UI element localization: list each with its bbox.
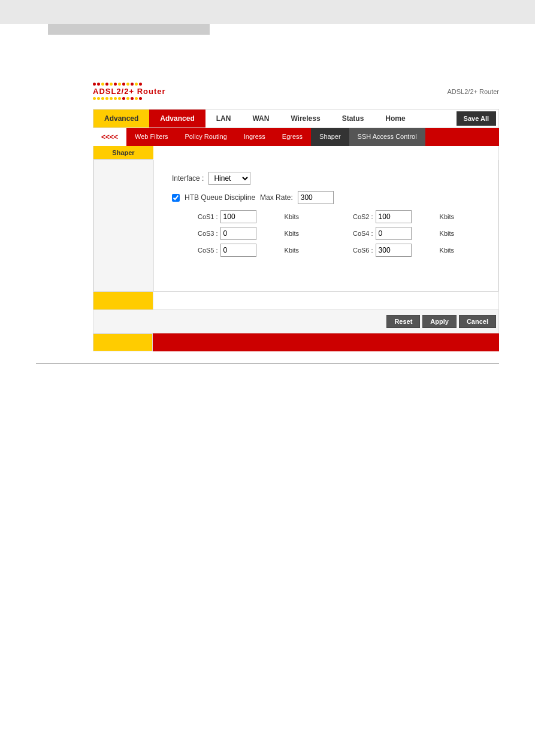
max-rate-label: Max Rate: [260,193,293,202]
logo-dot-12 [139,83,142,86]
nav-bar: Advanced Advanced LAN WAN Wireless Statu… [93,109,499,128]
bottom-sidebar-fill [93,292,153,309]
tab-advanced[interactable]: Advanced [149,110,205,127]
content-area: Shaper Interface : Hinet WAN1 WAN2 [93,146,499,310]
logo-dot-3 [101,83,104,86]
cos3-unit: Kbits [285,230,325,237]
tab-wan[interactable]: WAN [241,110,280,127]
logo-dot-b6 [114,97,117,100]
cancel-button[interactable]: Cancel [459,315,496,328]
tab-wireless[interactable]: Wireless [280,110,331,127]
cos2-input[interactable] [376,210,412,223]
htb-label: HTB Queue Discipline [185,193,255,202]
logo-dot-b5 [110,97,113,100]
tab-home[interactable]: Home [374,110,416,127]
sub-nav-back-button[interactable]: <<<< [93,128,126,146]
sub-nav-egress[interactable]: Egress [274,128,311,146]
logo-dot-b3 [101,97,104,100]
action-buttons: Reset Apply Cancel [93,310,499,333]
cos1-label: CoS1 : [172,213,218,220]
logo-dot-4 [105,83,108,86]
max-rate-input[interactable]: 300 [298,191,334,204]
footer-right [153,333,499,351]
sub-nav-policy-routing[interactable]: Policy Routing [176,128,235,146]
logo-dot-10 [131,83,134,86]
logo-dot-b12 [139,97,142,100]
main-area: Advanced Advanced LAN WAN Wireless Statu… [93,109,499,351]
logo-dot-1 [93,83,96,86]
form-area: Interface : Hinet WAN1 WAN2 HTB Queue Di… [154,160,498,291]
save-all-button[interactable]: Save All [457,111,496,126]
content-wrapper: Interface : Hinet WAN1 WAN2 HTB Queue Di… [93,160,498,292]
cos4-unit: Kbits [440,230,480,237]
cos3-input[interactable] [220,227,256,240]
cos1-input[interactable] [220,210,256,223]
cos6-unit: Kbits [440,247,480,254]
page-wrapper: ADSL2/2+ Router ADSL2/2+ Router Advanced [0,24,535,756]
logo-dot-8 [122,83,125,86]
interface-row: Interface : Hinet WAN1 WAN2 [172,172,480,185]
htb-checkbox[interactable] [172,194,180,202]
cos5-label: CoS5 : [172,247,218,254]
logo-dot-9 [126,83,129,86]
logo-dot-7 [118,83,121,86]
bottom-fill-right [153,292,498,309]
cos2-label: CoS2 : [327,213,373,220]
logo-dots-top [93,83,142,86]
footer-left [93,333,153,351]
logo-dot-b4 [105,97,108,100]
sub-nav-web-filters[interactable]: Web Filters [126,128,176,146]
cos4-input[interactable] [376,227,412,240]
logo-text: ADSL2/2+ Router [93,87,166,96]
sub-nav-ingress[interactable]: Ingress [235,128,274,146]
router-title-right: ADSL2/2+ Router [447,88,499,95]
cos6-label: CoS6 : [327,247,373,254]
tab-lan[interactable]: LAN [205,110,242,127]
logo-dot-6 [114,83,117,86]
logo-dot-b8 [122,97,125,100]
bottom-fill-row [93,292,498,309]
top-bar [48,24,210,35]
cos4-label: CoS4 : [327,230,373,237]
logo-dots-bottom [93,97,142,100]
logo-dot-5 [110,83,113,86]
sub-nav-shaper[interactable]: Shaper [311,128,349,146]
reset-button[interactable]: Reset [386,315,420,328]
cos5-unit: Kbits [285,247,325,254]
shaper-section-label: Shaper [93,146,153,160]
logo-dot-b11 [135,97,138,100]
cos6-input[interactable] [376,244,412,257]
nav-advanced-label: Advanced [93,110,149,127]
interface-label: Interface : [172,174,204,183]
logo-dot-b10 [131,97,134,100]
left-sidebar [94,160,154,291]
bottom-separator [36,363,499,364]
cos3-label: CoS3 : [172,230,218,237]
logo-dot-b7 [118,97,121,100]
cos5-input[interactable] [220,244,256,257]
htb-row: HTB Queue Discipline Max Rate: 300 [172,191,480,204]
cos2-unit: Kbits [440,213,480,220]
logo-dot-11 [135,83,138,86]
footer-bar [93,333,499,351]
logo-dot-b1 [93,97,96,100]
logo-area: ADSL2/2+ Router ADSL2/2+ Router [93,83,535,100]
sub-nav: <<<< Web Filters Policy Routing Ingress … [93,128,499,146]
interface-select[interactable]: Hinet WAN1 WAN2 [208,172,250,185]
tab-status[interactable]: Status [331,110,375,127]
logo-dot-b9 [126,97,129,100]
cos-grid: CoS1 : Kbits CoS2 : Kbits CoS3 : Kbits C… [172,210,480,257]
apply-button[interactable]: Apply [422,315,457,328]
logo-dot-2 [97,83,100,86]
logo-dot-b2 [97,97,100,100]
sub-nav-ssh-access[interactable]: SSH Access Control [349,128,425,146]
logo-box: ADSL2/2+ Router [93,83,166,100]
cos1-unit: Kbits [285,213,325,220]
